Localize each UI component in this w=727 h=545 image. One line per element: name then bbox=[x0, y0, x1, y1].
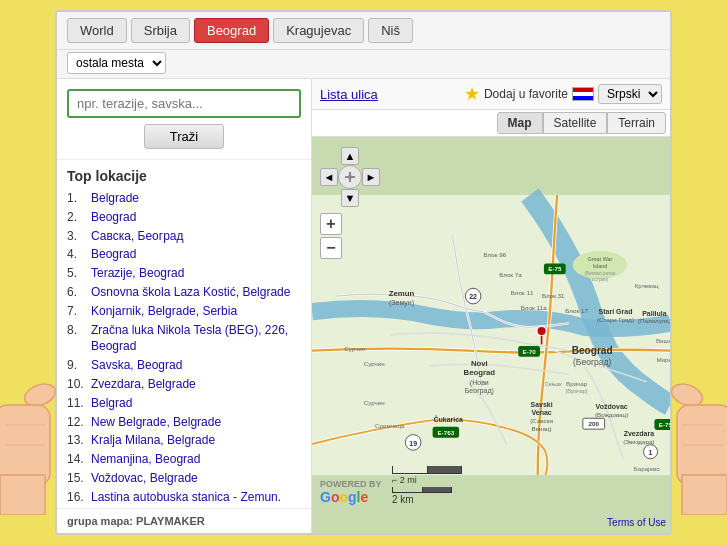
hand-left bbox=[0, 335, 60, 515]
nav-up-button[interactable]: ▲ bbox=[341, 147, 359, 165]
location-link[interactable]: Konjarnik, Belgrade, Serbia bbox=[91, 303, 237, 320]
favorites-area: ★ Dodaj u favorite Srpski bbox=[464, 83, 662, 105]
svg-text:E-763: E-763 bbox=[438, 429, 455, 436]
search-area: Traži bbox=[57, 79, 311, 160]
list-item: 7.Konjarnik, Belgrade, Serbia bbox=[67, 303, 301, 320]
location-link[interactable]: Zvezdara, Belgrade bbox=[91, 376, 196, 393]
location-list: 1.Belgrade 2.Beograd 3.Савска, Београд 4… bbox=[67, 190, 301, 506]
tab-world[interactable]: World bbox=[67, 18, 127, 43]
list-item: 16.Lastina autobuska stanica - Zemun. bbox=[67, 489, 301, 506]
svg-text:1: 1 bbox=[649, 449, 653, 456]
location-link[interactable]: Zračna luka Nikola Tesla (BEG), 226, Beo… bbox=[91, 322, 301, 356]
list-item: 3.Савска, Београд bbox=[67, 228, 301, 245]
map-navigation-controls: ▲ ◄ ► ▼ + − bbox=[320, 147, 380, 259]
svg-text:Блок 17: Блок 17 bbox=[565, 307, 588, 314]
google-g2: g bbox=[348, 489, 357, 505]
svg-text:Beograd: Beograd bbox=[572, 345, 613, 356]
location-link[interactable]: Kralja Milana, Belgrade bbox=[91, 432, 215, 449]
svg-text:200: 200 bbox=[589, 420, 600, 427]
svg-text:(Београд): (Београд) bbox=[573, 357, 612, 367]
svg-text:Врачар: Врачар bbox=[566, 380, 588, 387]
svg-text:Барајево: Барајево bbox=[634, 465, 661, 472]
powered-by-text: POWERED BY bbox=[320, 479, 382, 489]
svg-text:(Велико ратно: (Велико ратно bbox=[585, 271, 616, 276]
footer-text: grupa mapa: PLAYMAKER bbox=[57, 508, 311, 533]
map-type-satellite[interactable]: Satellite bbox=[543, 112, 608, 134]
svg-text:Zemun: Zemun bbox=[389, 289, 415, 298]
tab-nis[interactable]: Niš bbox=[368, 18, 413, 43]
map-type-map[interactable]: Map bbox=[497, 112, 543, 134]
map-type-bar: Map Satellite Terrain bbox=[312, 110, 670, 137]
content-area: Traži Top lokacije 1.Belgrade 2.Beograd … bbox=[57, 79, 670, 533]
svg-text:Venac: Venac bbox=[531, 409, 551, 416]
svg-text:Beograd: Beograd bbox=[464, 368, 496, 377]
lista-ulica-link[interactable]: Lista ulica bbox=[320, 87, 378, 102]
svg-text:(Нови: (Нови bbox=[470, 379, 489, 387]
list-item: 2.Beograd bbox=[67, 209, 301, 226]
location-link[interactable]: Beograd bbox=[91, 246, 136, 263]
svg-text:(Вождовац): (Вождовац) bbox=[595, 411, 628, 418]
location-link[interactable]: Terazije, Beograd bbox=[91, 265, 184, 282]
terms-of-use-link[interactable]: Terms of Use bbox=[607, 517, 666, 528]
search-button[interactable]: Traži bbox=[144, 124, 224, 149]
list-item: 1.Belgrade bbox=[67, 190, 301, 207]
svg-text:22: 22 bbox=[469, 293, 477, 300]
svg-text:Сењак: Сењак bbox=[545, 381, 562, 387]
star-icon: ★ bbox=[464, 83, 480, 105]
tab-kragujevac[interactable]: Kragujevac bbox=[273, 18, 364, 43]
list-item: 13.Kralja Milana, Belgrade bbox=[67, 432, 301, 449]
left-panel: Traži Top lokacije 1.Belgrade 2.Beograd … bbox=[57, 79, 312, 533]
tab-srbija[interactable]: Srbija bbox=[131, 18, 190, 43]
google-e: e bbox=[360, 489, 368, 505]
svg-text:Сурчин: Сурчин bbox=[364, 399, 385, 406]
list-item: 15.Voždovac, Belgrade bbox=[67, 470, 301, 487]
map-type-terrain[interactable]: Terrain bbox=[607, 112, 666, 134]
svg-text:Voždovac: Voždovac bbox=[596, 403, 628, 410]
search-input[interactable] bbox=[67, 89, 301, 118]
svg-text:E-75: E-75 bbox=[548, 265, 562, 272]
svg-text:Блок 96: Блок 96 bbox=[484, 251, 507, 258]
location-link[interactable]: Belgrad bbox=[91, 395, 132, 412]
flag-icon bbox=[572, 87, 594, 101]
list-item: 8.Zračna luka Nikola Tesla (BEG), 226, B… bbox=[67, 322, 301, 356]
nav-right-button[interactable]: ► bbox=[362, 168, 380, 186]
hand-right bbox=[667, 335, 727, 515]
location-link[interactable]: New Belgrade, Belgrade bbox=[91, 414, 221, 431]
location-link[interactable]: Voždovac, Belgrade bbox=[91, 470, 198, 487]
top-nav: World Srbija Beograd Kragujevac Niš bbox=[57, 12, 670, 50]
location-link[interactable]: Osnovna škola Laza Kostić, Belgrade bbox=[91, 284, 290, 301]
svg-text:Great War: Great War bbox=[588, 256, 613, 262]
nav-center-button[interactable] bbox=[338, 165, 362, 189]
svg-text:(Врачар): (Врачар) bbox=[566, 388, 588, 394]
ostala-mesta-dropdown[interactable]: ostala mesta bbox=[67, 52, 166, 74]
zoom-in-button[interactable]: + bbox=[320, 213, 342, 235]
right-panel: Lista ulica ★ Dodaj u favorite Srpski Ma… bbox=[312, 79, 670, 533]
language-select[interactable]: Srpski bbox=[598, 84, 662, 104]
svg-text:Сремчица: Сремчица bbox=[375, 422, 405, 429]
location-link[interactable]: Beograd bbox=[91, 209, 136, 226]
list-item: 12.New Belgrade, Belgrade bbox=[67, 414, 301, 431]
svg-text:Блок 31: Блок 31 bbox=[542, 292, 565, 299]
svg-text:(Стари Град): (Стари Град) bbox=[597, 316, 634, 323]
svg-text:Savski: Savski bbox=[530, 401, 552, 408]
location-link[interactable]: Lastina autobuska stanica - Zemun. bbox=[91, 489, 281, 506]
svg-text:Island: Island bbox=[593, 263, 608, 269]
svg-text:(Палилула): (Палилула) bbox=[638, 317, 670, 324]
nav-cross: ▲ ◄ ► ▼ bbox=[320, 147, 380, 207]
zoom-out-button[interactable]: − bbox=[320, 237, 342, 259]
nav-left-button[interactable]: ◄ bbox=[320, 168, 338, 186]
location-link[interactable]: Nemanjina, Beograd bbox=[91, 451, 200, 468]
list-item: 14.Nemanjina, Beograd bbox=[67, 451, 301, 468]
map-header: Lista ulica ★ Dodaj u favorite Srpski bbox=[312, 79, 670, 110]
location-link[interactable]: Savska, Beograd bbox=[91, 357, 182, 374]
svg-text:Stari Grad: Stari Grad bbox=[599, 308, 633, 315]
svg-text:19: 19 bbox=[409, 440, 417, 447]
tab-beograd[interactable]: Beograd bbox=[194, 18, 269, 43]
svg-text:Novi: Novi bbox=[471, 359, 488, 368]
location-link[interactable]: Belgrade bbox=[91, 190, 139, 207]
map-area[interactable]: Great War Island (Велико ратно острво) bbox=[312, 137, 670, 533]
nav-down-button[interactable]: ▼ bbox=[341, 189, 359, 207]
svg-text:Palilula: Palilula bbox=[642, 310, 667, 317]
dodaj-label: Dodaj u favorite bbox=[484, 87, 568, 101]
location-link[interactable]: Савска, Београд bbox=[91, 228, 184, 245]
